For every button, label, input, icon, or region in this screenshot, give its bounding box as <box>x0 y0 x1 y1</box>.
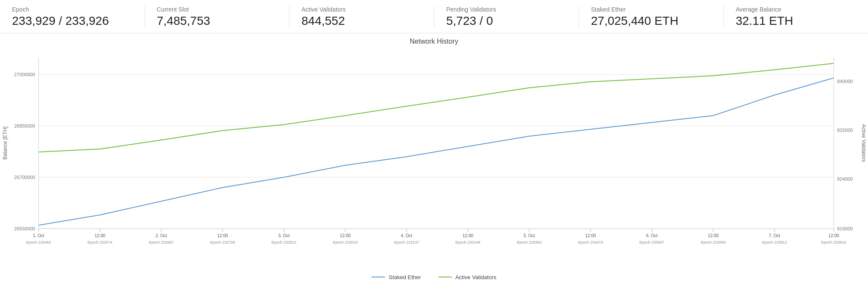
svg-text:840000: 840000 <box>837 79 853 84</box>
svg-text:Epoch 233024: Epoch 233024 <box>333 240 358 244</box>
svg-text:12:00: 12:00 <box>340 233 350 238</box>
svg-text:1. Oct: 1. Oct <box>33 233 45 238</box>
staked-ether-value: 27,025,440 ETH <box>591 15 711 28</box>
svg-text:Epoch 232687: Epoch 232687 <box>149 240 174 244</box>
svg-text:Epoch 233924: Epoch 233924 <box>821 240 846 244</box>
legend-active-validators: Active Validators <box>438 274 497 280</box>
stat-average-balance: Average Balance 32.11 ETH <box>724 6 868 28</box>
current-slot-value: 7,485,753 <box>157 15 277 28</box>
svg-text:12:00: 12:00 <box>585 233 596 238</box>
svg-text:12:00: 12:00 <box>217 233 228 238</box>
staked-ether-line <box>39 78 834 225</box>
network-history-chart: 26550000 26700000 26850000 27000000 8160… <box>0 49 868 271</box>
stat-epoch: Epoch 233,929 / 233,926 <box>0 6 145 28</box>
svg-text:26550000: 26550000 <box>14 226 35 231</box>
pending-validators-label: Pending Validators <box>446 6 567 13</box>
legend-staked-ether: Staked Ether <box>371 274 421 280</box>
stat-current-slot: Current Slot 7,485,753 <box>145 6 290 28</box>
stat-staked-ether: Staked Ether 27,025,440 ETH <box>579 6 724 28</box>
svg-text:Epoch 232799: Epoch 232799 <box>210 240 235 244</box>
svg-text:12:00: 12:00 <box>94 233 105 238</box>
active-validators-label: Active Validators <box>301 6 422 13</box>
svg-text:2. Oct: 2. Oct <box>156 233 167 238</box>
current-slot-label: Current Slot <box>157 6 277 13</box>
svg-text:Epoch 233699: Epoch 233699 <box>701 240 726 244</box>
svg-text:7. Oct: 7. Oct <box>769 233 781 238</box>
active-validators-line <box>39 63 834 152</box>
chart-area: Network History 26550000 26700000 268500… <box>0 33 868 280</box>
svg-text:Epoch 233137: Epoch 233137 <box>394 240 419 244</box>
svg-text:12:00: 12:00 <box>828 233 839 238</box>
svg-text:Epoch 233587: Epoch 233587 <box>639 240 664 244</box>
average-balance-label: Average Balance <box>736 6 856 13</box>
chart-title: Network History <box>0 38 868 45</box>
epoch-label: Epoch <box>12 6 133 13</box>
active-validators-value: 844,552 <box>301 15 422 28</box>
svg-text:Epoch 233362: Epoch 233362 <box>517 240 542 244</box>
svg-text:Epoch 232574: Epoch 232574 <box>87 240 112 244</box>
svg-text:Epoch 233812: Epoch 233812 <box>762 240 787 244</box>
svg-text:4. Oct: 4. Oct <box>401 233 413 238</box>
header-stats: Epoch 233,929 / 233,926 Current Slot 7,4… <box>0 0 868 33</box>
stat-active-validators: Active Validators 844,552 <box>289 6 434 28</box>
pending-validators-value: 5,723 / 0 <box>446 15 567 28</box>
svg-text:Active Validators: Active Validators <box>861 124 867 162</box>
svg-text:12:00: 12:00 <box>462 233 473 238</box>
svg-text:Epoch 233474: Epoch 233474 <box>578 240 603 244</box>
svg-text:832000: 832000 <box>837 128 853 133</box>
stat-pending-validators: Pending Validators 5,723 / 0 <box>434 6 579 28</box>
epoch-value: 233,929 / 233,926 <box>12 15 133 28</box>
svg-text:5. Oct: 5. Oct <box>524 233 535 238</box>
svg-text:Epoch 232462: Epoch 232462 <box>26 240 51 244</box>
svg-text:6. Oct: 6. Oct <box>646 233 658 238</box>
svg-text:12:00: 12:00 <box>708 233 718 238</box>
svg-text:Balance [ETH]: Balance [ETH] <box>2 126 8 159</box>
svg-text:3. Oct: 3. Oct <box>278 233 290 238</box>
active-validators-legend-label: Active Validators <box>455 274 497 280</box>
chart-legend: Staked Ether Active Validators <box>0 274 868 280</box>
staked-ether-label: Staked Ether <box>591 6 711 13</box>
svg-text:26850000: 26850000 <box>14 123 35 128</box>
active-validators-legend-line <box>438 277 452 277</box>
svg-text:Epoch 233249: Epoch 233249 <box>455 240 480 244</box>
svg-text:26700000: 26700000 <box>14 175 35 180</box>
svg-text:27000000: 27000000 <box>14 72 35 77</box>
chart-container: 26550000 26700000 26850000 27000000 8160… <box>0 49 868 271</box>
svg-text:816000: 816000 <box>837 226 853 231</box>
average-balance-value: 32.11 ETH <box>736 15 856 28</box>
svg-text:Epoch 232912: Epoch 232912 <box>271 240 296 244</box>
staked-ether-legend-line <box>371 277 385 277</box>
staked-ether-legend-label: Staked Ether <box>389 274 421 280</box>
svg-text:824000: 824000 <box>837 176 853 182</box>
